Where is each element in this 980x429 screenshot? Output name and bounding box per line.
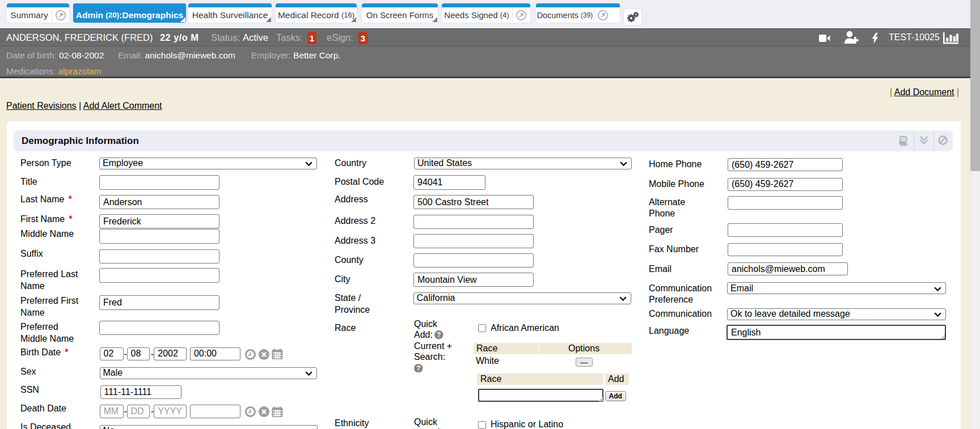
svg-text:?: ? [416, 364, 420, 372]
svg-text:?: ? [437, 331, 441, 339]
